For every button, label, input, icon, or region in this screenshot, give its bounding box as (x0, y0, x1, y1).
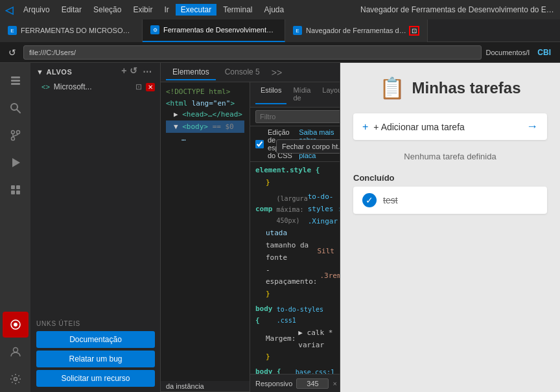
settings-icon[interactable] (3, 366, 29, 392)
task-item-test[interactable]: ✓ test (353, 187, 547, 214)
app-title-row: 📋 Minhas tarefas (379, 76, 520, 100)
tab-midia[interactable]: Mídia de (288, 85, 316, 104)
devtools-content: <!DOCTYPE html> <html lang="en"> ▶ <head… (161, 82, 340, 392)
svg-point-7 (11, 137, 14, 141)
css-blocks: element.style { } comp (largura máxima: … (250, 162, 340, 374)
tab1-favicon: E (8, 26, 17, 35)
dom-line-head: ▶ <head>…</head> (166, 109, 244, 121)
saiba-mais-link[interactable]: Saiba mais sobre espelho de placa (299, 128, 334, 159)
menu-bar: ◁ Arquivo Editar Seleção Exibir Ir Execu… (0, 0, 560, 19)
tree-item-microsoft[interactable]: <> Microsoft... ⊡ ✕ (31, 81, 160, 93)
address-input[interactable] (23, 45, 482, 60)
filter-input[interactable] (255, 110, 340, 123)
width-input[interactable] (296, 378, 329, 389)
refresh-button[interactable]: ↺ (130, 65, 138, 78)
search-icon[interactable] (3, 95, 29, 121)
header-actions: + ↺ ⋯ (121, 65, 155, 78)
useful-links-section: UNKS ÚTEIS Documentação Relatar um bug S… (31, 200, 160, 392)
tab-console[interactable]: Console 5 (218, 65, 266, 80)
css-comp-props: utada tamanho da fonte Silt -espaçamento… (255, 227, 334, 300)
address-path-suffix: Documentos/I (485, 49, 530, 56)
menu-exibir[interactable]: Exibir (128, 4, 158, 16)
more-options-button[interactable]: ⋯ (140, 65, 155, 78)
css-close-row: } (255, 177, 334, 189)
completed-section-label: Concluído (353, 173, 547, 183)
add-task-button[interactable]: + + Adicionar uma tarefa → (353, 113, 547, 140)
tree-item-label: Microsoft... (54, 82, 135, 91)
alvos-header: ▼ ALVOS + ↺ ⋯ (31, 63, 160, 81)
menu-arquivo[interactable]: Arquivo (18, 4, 55, 16)
run-debug-icon[interactable] (3, 150, 29, 176)
svg-rect-12 (16, 190, 20, 194)
dom-line-body[interactable]: ▼ <body> == $0 (166, 121, 244, 133)
menu-executar[interactable]: Executar (176, 4, 216, 16)
svg-rect-2 (11, 83, 20, 85)
svg-point-14 (14, 323, 18, 327)
edge-devtools-icon[interactable] (3, 312, 29, 338)
dom-line-body-content: … (166, 133, 244, 144)
css-block-comp: comp (largura máxima: 450px) to-do-style… (255, 191, 334, 300)
arrow-icon: → (526, 120, 538, 133)
menu-terminal[interactable]: Terminal (218, 4, 257, 16)
dimension-sep: × (332, 380, 336, 387)
svg-rect-9 (11, 185, 15, 189)
explorer-icon[interactable] (3, 68, 29, 94)
filter-bar: :edição .cls + ⊡ ⊞ (250, 108, 340, 126)
cbi-label: CBI (533, 47, 555, 58)
css-block-element-style: element.style { } (255, 165, 334, 189)
tab-ferramentas-desenvolvimento-edge[interactable]: ⚙ Ferramentas de Desenvolvimento do Edge (143, 19, 285, 42)
add-task-label: + Adicionar uma tarefa (373, 122, 526, 132)
instance-label: da instância (161, 381, 250, 392)
reload-button[interactable]: ↺ (5, 45, 19, 60)
svg-rect-0 (11, 76, 20, 78)
extensions-icon[interactable] (3, 177, 29, 203)
tab3-indicator: ⊡ (409, 26, 419, 36)
svg-rect-10 (16, 185, 20, 189)
menu-ir[interactable]: Ir (159, 4, 174, 16)
task-check-icon: ✓ (362, 193, 377, 207)
useful-links-title: UNKS ÚTEIS (31, 316, 160, 329)
documentation-button[interactable]: Documentação (36, 331, 155, 348)
devtools-panel: Fechar o corpo ht... Elementos Console 5… (161, 63, 340, 392)
chevron-down-icon: ▼ (36, 68, 43, 76)
tab-estilos[interactable]: Estilos (255, 85, 286, 104)
tab-layout[interactable]: Layout (317, 85, 340, 104)
empty-label: Nenhuma tarefa definida (353, 146, 547, 167)
app-title: Minhas tarefas (412, 79, 520, 97)
dom-line-html: <html lang="en"> (166, 98, 244, 110)
tab2-favicon: ⚙ (150, 25, 159, 34)
tab-ferramentas-microsoft-edge[interactable]: E FERRAMENTAS DO MICROSOFT EDGE (0, 19, 143, 42)
vscode-logo: ◁ (5, 4, 13, 16)
add-target-button[interactable]: + (121, 65, 127, 78)
inspect-icon[interactable]: ⊡ (135, 82, 142, 91)
svg-marker-8 (12, 158, 20, 167)
browser-view: 📋 Minhas tarefas + + Adicionar uma taref… (340, 63, 560, 392)
more-tabs-button[interactable]: >> (269, 66, 285, 79)
accounts-icon[interactable] (3, 339, 29, 365)
styles-panel: Estilos Mídia de Layout >> :edição .cls … (250, 82, 340, 392)
styles-toolbar: Estilos Mídia de Layout >> (250, 82, 340, 108)
css-mirror-checkbox[interactable] (255, 140, 264, 148)
menu-editar[interactable]: Editar (56, 4, 87, 16)
tab2-title: Ferramentas de Desenvolvimento do Edge (163, 26, 277, 34)
svg-line-4 (17, 110, 20, 113)
app-icon: 📋 (379, 76, 405, 100)
activity-bar (0, 63, 31, 392)
plus-icon: + (362, 121, 368, 133)
tab-navegador-ferramentas[interactable]: E Navegador de Ferramentas de Desenvolvi… (285, 19, 428, 42)
menu-ajuda[interactable]: Ajuda (259, 4, 290, 16)
tab1-title: FERRAMENTAS DO MICROSOFT EDGE (21, 27, 134, 34)
browser-content: 📋 Minhas tarefas + + Adicionar uma taref… (340, 63, 560, 392)
tab3-title: Navegador de Ferramentas de Desenvolvime… (306, 27, 406, 34)
source-control-icon[interactable] (3, 122, 29, 148)
responsive-label: Responsivo (255, 380, 292, 387)
dom-panel: <!DOCTYPE html> <html lang="en"> ▶ <head… (161, 82, 250, 392)
menu-selecao[interactable]: Seleção (88, 4, 126, 16)
request-resource-button[interactable]: Solicitar um recurso (36, 370, 155, 387)
tab-elementos[interactable]: Elementos (166, 65, 216, 80)
task-text: test (383, 195, 398, 205)
window-title: Navegador de Ferramentas de Desenvolvime… (360, 5, 555, 14)
close-target-button[interactable]: ✕ (146, 83, 155, 91)
svg-point-15 (13, 348, 18, 352)
report-bug-button[interactable]: Relatar um bug (36, 351, 155, 367)
